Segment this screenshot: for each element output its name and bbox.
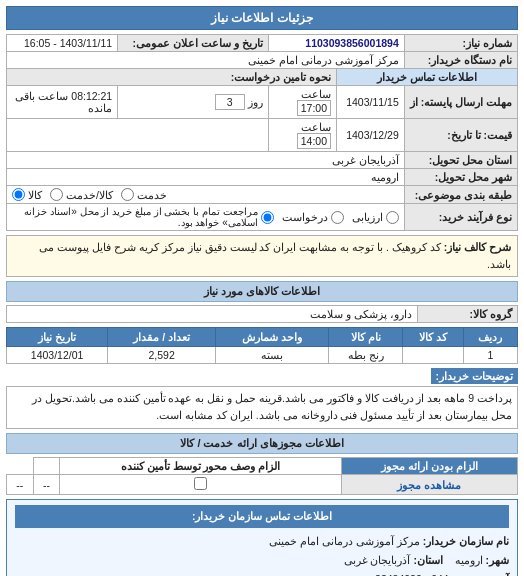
supplier-dash1: -- — [33, 475, 60, 495]
radio-moshaverat[interactable] — [121, 188, 134, 201]
col-code: کد کالا — [403, 327, 464, 346]
purchase-radio1-label: مراجعت تمام با بخشی از مبلغ خرید از محل … — [12, 206, 258, 228]
product-group-label: گروه کالا: — [418, 305, 518, 322]
col-name: نام کالا — [329, 327, 403, 346]
order-info-table: شماره نیاز: 1103093856001894 تاریخ و ساع… — [6, 34, 518, 231]
supplier-header: الزام بودن ارائه مجوز — [341, 458, 517, 475]
notes-text: پرداخت 9 ماهه بعد از دریافت کالا و فاکتو… — [6, 386, 518, 430]
search-key-notice: شرح کالف نیاز: کد کروهیک . با توجه به مش… — [6, 235, 518, 277]
contact-box: اطلاعات تماس سازمان خریدار: نام سازمان خ… — [6, 499, 518, 576]
radio-purchase-1[interactable] — [261, 211, 274, 224]
contact-buyer-name: نام سازمان خریدار: مرکز آموزشی درمانی ام… — [15, 532, 509, 551]
product-group-table: گروه کالا: دارو، پزشکی و سلامت — [6, 305, 518, 323]
table-cell: بسته — [216, 346, 329, 363]
table-cell: رنج بطه — [329, 346, 403, 363]
order-number-label: شماره نیاز: — [404, 35, 517, 52]
buyer-contact-label[interactable]: اطلاعات تماس خریدار — [337, 69, 518, 86]
radio-purchase-3[interactable] — [386, 211, 399, 224]
date-to-label: قیمت: تا تاریخ: — [404, 119, 517, 152]
col-unit: واحد شمارش — [216, 327, 329, 346]
date-time-value: 1403/11/11 - 16:05 — [7, 35, 118, 52]
location-label: استان محل تحویل: — [404, 152, 517, 169]
date-from-label: مهلت ارسال پایسته: از — [404, 86, 517, 119]
location-value: آذربایجان غربی — [7, 152, 405, 169]
table-cell — [403, 346, 464, 363]
purchase-radio3-label: ارزیابی — [352, 211, 383, 223]
product-group-value: دارو، پزشکی و سلامت — [7, 305, 418, 322]
time-to-info: ساعت 14:00 — [268, 119, 336, 152]
purchase-label: نوع فرآیند خرید: — [404, 204, 517, 231]
view-permit-label[interactable]: مشاهده مجوز — [341, 475, 517, 495]
buyer-name-value: مرکز آموزشی درمانی امام خمینی — [7, 52, 405, 69]
purchase-radio-group: مراجعت تمام با بخشی از مبلغ خرید از محل … — [7, 204, 405, 231]
radio-kala-label: کالا — [28, 189, 42, 201]
table-cell: 1 — [463, 346, 517, 363]
search-key-text: کد کروهیک . با توجه به مشابهت ایران کد ل… — [39, 241, 511, 270]
search-key-label: شرح کالف نیاز: — [444, 241, 511, 253]
table-cell: 2,592 — [108, 346, 216, 363]
table-row: 1رنج بطهبسته2,5921403/12/01 — [7, 346, 518, 363]
supplier-check-input[interactable] — [194, 477, 207, 490]
order-number-value: 1103093856001894 — [268, 35, 404, 52]
supplier-checkbox[interactable] — [60, 475, 341, 495]
city-label: شهر محل تحویل: — [404, 169, 517, 186]
date-from-value: 1403/11/15 — [337, 86, 405, 119]
col-row: ردیف — [463, 327, 517, 346]
radio-kala[interactable] — [12, 188, 25, 201]
time-info: ساعت 17:00 — [268, 86, 336, 119]
type-radio-group: کالا کالا/خدمت خدمت — [7, 186, 405, 204]
days-info: روز 3 — [118, 86, 268, 119]
city-value: ارومیه — [7, 169, 405, 186]
table-cell: 1403/12/01 — [7, 346, 108, 363]
date-to-value: 1403/12/29 — [337, 119, 405, 152]
radio-khadamat[interactable] — [50, 188, 63, 201]
services-header: اطلاعات مجوزهای ارائه خدمت / کالا — [6, 433, 518, 454]
goods-table: ردیف کد کالا نام کالا واحد شمارش تعداد /… — [6, 327, 518, 364]
type-label: طبقه بندی موضوعی: — [404, 186, 517, 204]
page-title: جزئیات اطلاعات نیاز — [6, 6, 518, 30]
contact-header: اطلاعات تماس سازمان خریدار: — [15, 505, 509, 528]
notes-section: توضیحات خریدار: پرداخت 9 ماهه بعد از دری… — [6, 368, 518, 430]
radio-khadamat-label: کالا/خدمت — [66, 189, 113, 201]
col-date: تاریخ نیاز — [7, 327, 108, 346]
contact-address: آدرس پستی: 044 - 33484022 — [15, 570, 509, 576]
goods-info-header: اطلاعات کالاهای مورد نیاز — [6, 281, 518, 302]
supplier-dash2: -- — [7, 475, 34, 495]
clock-info: 08:12:21 ساعت باقی مانده — [7, 86, 118, 119]
col-qty: تعداد / مقدار — [108, 327, 216, 346]
purchase-radio2-label: درخواست — [282, 211, 328, 223]
contact-province: شهر: ارومیه استان: آذربایجان غربی — [15, 551, 509, 570]
radio-purchase-2[interactable] — [331, 211, 344, 224]
buyer-name-label: نام دستگاه خریدار: — [404, 52, 517, 69]
radio-moshaverat-label: خدمت — [137, 189, 167, 201]
supplier-col1: الزام وصف محور توسط تأمین کننده — [60, 458, 341, 475]
date-time-label: تاریخ و ساعت اعلان عمومی: — [118, 35, 268, 52]
notes-label: توضیحات خریدار: — [431, 368, 518, 384]
supplier-col2 — [33, 458, 60, 475]
request-type-label: نحوه تامین درخواست: — [7, 69, 337, 86]
supplier-table: الزام بودن ارائه مجوز الزام وصف محور توس… — [6, 457, 518, 495]
